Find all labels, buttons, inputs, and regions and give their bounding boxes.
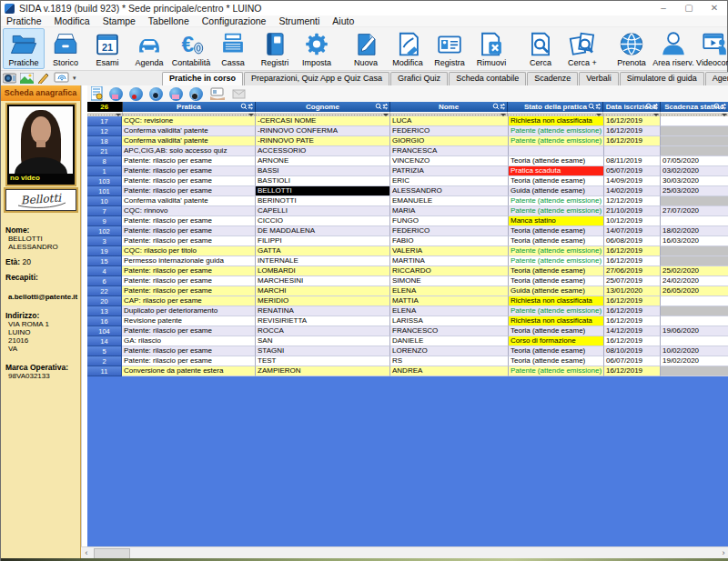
cell-stato[interactable]: Guida (attende esame): [509, 286, 604, 296]
cell-cognome[interactable]: REVISIRIETTA: [256, 316, 390, 326]
cell-scadenza-statino[interactable]: 03/02/2020: [661, 166, 728, 176]
cell-stato[interactable]: Teoria (attende esame): [509, 226, 604, 236]
row-number[interactable]: 101: [87, 186, 122, 196]
table-row[interactable]: 6Patente: rilascio per esameMARCHESINISI…: [87, 276, 728, 286]
cell-pratica[interactable]: Patente: rilascio per esame: [122, 216, 256, 226]
cell-data-iscrizione[interactable]: 10/12/2019: [604, 216, 661, 226]
cell-scadenza-statino[interactable]: 25/03/2020: [661, 186, 728, 196]
modifica-button[interactable]: Modifica: [387, 28, 429, 69]
cell-pratica[interactable]: Patente: rilascio per esame: [122, 226, 256, 236]
cell-nome[interactable]: GIORGIO: [390, 136, 509, 146]
table-row[interactable]: 7CQC: rinnovoCAPELLIMARIAPatente (attend…: [87, 206, 728, 216]
webcam-card-icon[interactable]: [109, 87, 123, 101]
row-number[interactable]: 3: [87, 236, 122, 246]
agenda-button[interactable]: Agenda: [128, 28, 170, 69]
pen-icon[interactable]: [37, 72, 50, 84]
row-number[interactable]: 102: [87, 226, 122, 236]
cell-stato[interactable]: Patente (attende emissione): [509, 206, 604, 216]
tab-simulatore-di-guida[interactable]: Simulatore di guida: [620, 72, 704, 85]
table-row[interactable]: 16Revisione patenteREVISIRIETTALARISSARi…: [87, 316, 728, 326]
scroll-right-arrow[interactable]: ›: [718, 547, 728, 558]
cell-data-iscrizione[interactable]: 16/12/2019: [604, 296, 661, 306]
menu-strumenti[interactable]: Strumenti: [278, 15, 319, 26]
cell-pratica[interactable]: Conferma validita' patente: [122, 126, 256, 136]
cell-scadenza-statino[interactable]: [661, 296, 728, 306]
anagrafica-doc-icon[interactable]: [91, 86, 103, 101]
cell-stato[interactable]: Patente (attende emissione): [509, 246, 604, 256]
cell-scadenza-statino[interactable]: 19/02/2020: [661, 356, 728, 366]
table-row[interactable]: 9Patente: rilascio per esameCICCIOFUNGOM…: [87, 216, 728, 226]
row-number[interactable]: 14: [87, 336, 122, 346]
cell-data-iscrizione[interactable]: 16/12/2019: [604, 336, 661, 346]
cell-scadenza-statino[interactable]: 25/02/2020: [661, 266, 728, 276]
cell-data-iscrizione[interactable]: 14/02/2019: [604, 186, 661, 196]
camera-icon[interactable]: [3, 73, 16, 84]
tab-pratiche-in-corso[interactable]: Pratiche in corso: [162, 72, 243, 85]
cell-stato[interactable]: Teoria (attende esame): [509, 266, 604, 276]
tab-verbali[interactable]: Verbali: [579, 72, 619, 85]
cell-pratica[interactable]: GA: rilascio: [122, 336, 256, 346]
column-header-nome[interactable]: Nome: [390, 102, 509, 112]
cell-pratica[interactable]: Revisione patente: [122, 316, 256, 326]
menu-tabellone[interactable]: Tabellone: [148, 15, 189, 26]
cell-data-iscrizione[interactable]: 06/07/2019: [604, 356, 661, 366]
cell-stato[interactable]: Manca statino: [509, 216, 604, 226]
cell-stato[interactable]: [509, 146, 604, 156]
cell-scadenza-statino[interactable]: [661, 256, 728, 266]
cell-scadenza-statino[interactable]: 24/02/2020: [661, 276, 728, 286]
cell-scadenza-statino[interactable]: [661, 136, 728, 146]
cell-cognome[interactable]: -RINNOVO PATE: [256, 136, 390, 146]
cell-scadenza-statino[interactable]: 16/03/2020: [661, 236, 728, 246]
cell-nome[interactable]: FRANCESCA: [390, 146, 509, 156]
cell-nome[interactable]: ERIC: [390, 176, 509, 186]
cell-data-iscrizione[interactable]: 05/07/2019: [604, 166, 661, 176]
cell-stato[interactable]: Patente (attende emissione): [509, 196, 604, 206]
cell-data-iscrizione[interactable]: 16/12/2019: [604, 116, 661, 126]
cell-pratica[interactable]: Duplicato per deterioramento: [122, 306, 256, 316]
search-sort-icon[interactable]: [588, 103, 601, 110]
column-header-pratica[interactable]: Pratica: [123, 102, 257, 112]
cell-stato[interactable]: Patente (attende emissione): [509, 366, 604, 376]
table-row[interactable]: 102Patente: rilascio per esameDE MADDALE…: [87, 226, 728, 236]
cassa-button[interactable]: Cassa: [212, 28, 254, 69]
cell-pratica[interactable]: Patente: rilascio per esame: [122, 326, 256, 336]
cell-pratica[interactable]: Conferma validita' patente: [122, 136, 256, 146]
table-row[interactable]: 10Conferma validita' patenteBERINOTTIEMA…: [87, 196, 728, 206]
cell-cognome[interactable]: BASTIOLI: [256, 176, 390, 186]
cell-nome[interactable]: MATTIA: [390, 296, 509, 306]
cell-pratica[interactable]: Conferma validita' patente: [122, 196, 256, 206]
cell-data-iscrizione[interactable]: 27/06/2019: [604, 266, 661, 276]
cell-scadenza-statino[interactable]: 10/02/2020: [661, 346, 728, 356]
cell-scadenza-statino[interactable]: [661, 316, 728, 326]
row-number[interactable]: 2: [87, 356, 122, 366]
cell-pratica[interactable]: Conversione da patente estera: [122, 366, 256, 376]
table-row[interactable]: 103Patente: rilascio per esameBASTIOLIER…: [87, 176, 728, 186]
cell-scadenza-statino[interactable]: [661, 216, 728, 226]
cell-nome[interactable]: VINCENZO: [390, 156, 509, 166]
cell-cognome[interactable]: -CERCASI NOME: [256, 116, 390, 126]
cell-nome[interactable]: LUCA: [390, 116, 509, 126]
row-number[interactable]: 10: [87, 196, 122, 206]
column-header-cognome[interactable]: Cognome: [256, 102, 390, 112]
table-row[interactable]: 19CQC: rilascio per titoloGATTAVALERIAPa…: [87, 246, 728, 256]
row-number[interactable]: 9: [87, 216, 122, 226]
cell-pratica[interactable]: Patente: rilascio per esame: [122, 286, 256, 296]
cerca--button[interactable]: Cerca +: [561, 28, 603, 69]
cell-cognome[interactable]: INTERNALE: [256, 256, 390, 266]
cell-nome[interactable]: VALERIA: [390, 246, 509, 256]
row-number[interactable]: 21: [87, 146, 122, 156]
close-button[interactable]: ✕: [702, 1, 727, 15]
image-icon[interactable]: [20, 73, 34, 84]
tab-scadenze[interactable]: Scadenze: [527, 72, 578, 85]
cell-pratica[interactable]: CQC: revisione: [122, 116, 256, 126]
cell-cognome[interactable]: -RINNOVO CONFERMA: [256, 126, 390, 136]
cell-nome[interactable]: FABIO: [390, 236, 509, 246]
row-number[interactable]: 104: [87, 326, 122, 336]
cell-data-iscrizione[interactable]: 12/12/2019: [604, 196, 661, 206]
row-number[interactable]: 7: [87, 206, 122, 216]
column-header-data-iscrizione[interactable]: Data iscrizione: [603, 102, 660, 112]
minimize-button[interactable]: –: [651, 1, 676, 15]
cell-scadenza-statino[interactable]: [661, 306, 728, 316]
cell-scadenza-statino[interactable]: 27/07/2020: [661, 206, 728, 216]
cell-nome[interactable]: RICCARDO: [390, 266, 509, 276]
